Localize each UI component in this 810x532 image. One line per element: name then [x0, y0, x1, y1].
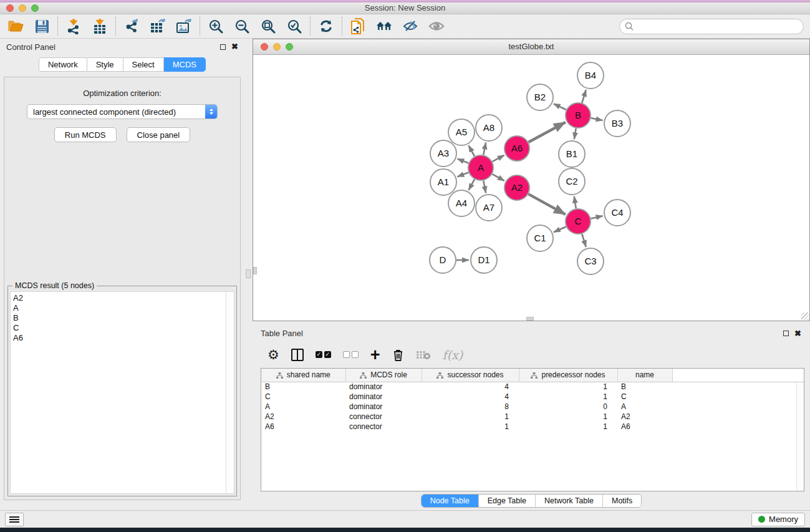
cell[interactable]: dominator — [345, 392, 422, 402]
network-window-titlebar[interactable]: testGlobe.txt — [253, 39, 809, 55]
node-C[interactable]: C — [566, 209, 591, 234]
edge-A-A4[interactable] — [469, 179, 475, 190]
task-history-button[interactable] — [5, 513, 24, 526]
cell[interactable]: A — [261, 402, 345, 412]
edge-C-C1[interactable] — [554, 227, 566, 233]
zoom-window-button[interactable] — [31, 4, 39, 12]
memory-button[interactable]: Memory — [751, 513, 805, 526]
settings-gear-icon[interactable]: ⚙ — [268, 349, 279, 361]
zoom-in-icon[interactable] — [208, 18, 224, 34]
network-minimize-button[interactable] — [273, 43, 281, 51]
result-item[interactable]: A2 — [13, 293, 223, 303]
edge-A6-B[interactable] — [529, 122, 566, 142]
tab-motifs[interactable]: Motifs — [602, 495, 641, 507]
mcds-result-list[interactable]: A2ABCA6 — [11, 292, 226, 493]
column-header-shared-name[interactable]: shared name — [261, 369, 345, 382]
refresh-icon[interactable] — [318, 18, 334, 34]
minimize-window-button[interactable] — [19, 4, 26, 12]
cell[interactable]: 1 — [519, 392, 617, 402]
network-canvas[interactable]: AA1A2A3A4A5A6A7A8BB1B2B3B4CC1C2C3C4DD1 — [253, 55, 809, 321]
cell[interactable]: 4 — [422, 392, 519, 402]
select-all-icon[interactable]: ✓✓ — [316, 351, 331, 358]
result-item[interactable]: A — [13, 303, 223, 313]
cell[interactable]: 1 — [519, 382, 617, 392]
canvas-vertical-scroll-thumb[interactable] — [253, 267, 257, 274]
criterion-select[interactable]: largest connected component (directed) — [27, 104, 218, 119]
edge-B-B2[interactable] — [554, 104, 566, 110]
column-header-name[interactable]: name — [617, 369, 672, 382]
node-A4[interactable]: A4 — [448, 190, 475, 216]
table-row[interactable]: A6connector11A6 — [261, 422, 804, 432]
table-scrollbar[interactable] — [796, 382, 804, 491]
cell[interactable]: 8 — [422, 402, 519, 412]
edge-A-A8[interactable] — [483, 143, 486, 155]
import-network-icon[interactable] — [65, 18, 82, 34]
edge-A-A3[interactable] — [457, 159, 468, 163]
cell[interactable]: B — [261, 382, 345, 392]
column-header-successor-nodes[interactable]: successor nodes — [422, 369, 519, 382]
edge-A-A7[interactable] — [483, 181, 486, 193]
edge-C-C4[interactable] — [591, 216, 603, 218]
table-row[interactable]: Cdominator41C — [261, 392, 804, 402]
node-A[interactable]: A — [468, 155, 493, 180]
divider-grip[interactable] — [246, 269, 251, 278]
cell[interactable]: A — [617, 402, 672, 412]
node-C2[interactable]: C2 — [559, 168, 585, 195]
edge-A-A5[interactable] — [469, 145, 475, 157]
search-box[interactable] — [619, 19, 804, 34]
cell[interactable]: connector — [345, 412, 422, 422]
close-panel-icon[interactable]: ✖ — [231, 44, 238, 50]
close-panel-button[interactable]: Close panel — [127, 127, 191, 142]
session-titlebar[interactable]: Session: New Session — [0, 2, 810, 14]
node-B2[interactable]: B2 — [527, 84, 553, 110]
panel-divider[interactable] — [244, 39, 253, 510]
node-A8[interactable]: A8 — [476, 115, 502, 141]
node-C3[interactable]: C3 — [577, 248, 604, 274]
tab-network-table[interactable]: Network Table — [535, 495, 602, 507]
cell[interactable]: 0 — [519, 402, 617, 412]
cell[interactable]: C — [617, 392, 672, 402]
home-icon[interactable] — [376, 18, 392, 34]
result-item[interactable]: B — [13, 313, 223, 323]
show-graphics-details-icon[interactable] — [428, 18, 445, 34]
canvas-horizontal-scroll-thumb[interactable] — [526, 317, 534, 321]
cell[interactable]: connector — [345, 422, 422, 432]
deselect-all-icon[interactable] — [343, 351, 359, 358]
node-A5[interactable]: A5 — [448, 119, 475, 145]
save-icon[interactable] — [34, 18, 50, 34]
window-resize-grip[interactable] — [801, 312, 809, 320]
edge-B-B3[interactable] — [591, 118, 603, 120]
column-header-predecessor-nodes[interactable]: predecessor nodes — [519, 369, 617, 382]
network-zoom-button[interactable] — [286, 43, 293, 51]
tab-network[interactable]: Network — [39, 57, 87, 72]
node-A3[interactable]: A3 — [430, 140, 456, 167]
export-network-icon[interactable] — [123, 18, 140, 34]
node-A1[interactable]: A1 — [430, 169, 456, 195]
node-B1[interactable]: B1 — [559, 141, 585, 167]
edge-B-B4[interactable] — [582, 90, 586, 103]
edge-A-A2[interactable] — [492, 174, 504, 181]
edge-C-C2[interactable] — [574, 196, 576, 209]
node-B[interactable]: B — [566, 103, 591, 128]
delete-column-icon[interactable] — [392, 348, 404, 362]
hide-graphics-details-icon[interactable] — [402, 18, 418, 34]
node-C4[interactable]: C4 — [604, 200, 630, 226]
node-D[interactable]: D — [430, 247, 456, 273]
cell[interactable]: 1 — [422, 412, 519, 422]
cell[interactable]: dominator — [345, 402, 422, 412]
table-row[interactable]: Adominator80A — [261, 402, 804, 412]
node-A7[interactable]: A7 — [476, 195, 502, 221]
edge-B-B1[interactable] — [574, 128, 576, 140]
network-close-button[interactable] — [261, 43, 268, 51]
cell[interactable]: dominator — [345, 382, 422, 392]
table-row[interactable]: Bdominator41B — [261, 382, 804, 392]
edge-A2-C[interactable] — [528, 194, 566, 215]
result-list-scrollbar[interactable] — [226, 292, 234, 493]
node-B4[interactable]: B4 — [577, 62, 604, 89]
search-input[interactable] — [634, 20, 803, 33]
table-close-panel-icon[interactable]: ✖ — [794, 331, 801, 337]
zoom-out-icon[interactable] — [234, 18, 250, 34]
node-C1[interactable]: C1 — [527, 225, 553, 251]
open-folder-icon[interactable] — [7, 18, 24, 34]
column-header-MCDS-role[interactable]: MCDS role — [345, 369, 422, 382]
